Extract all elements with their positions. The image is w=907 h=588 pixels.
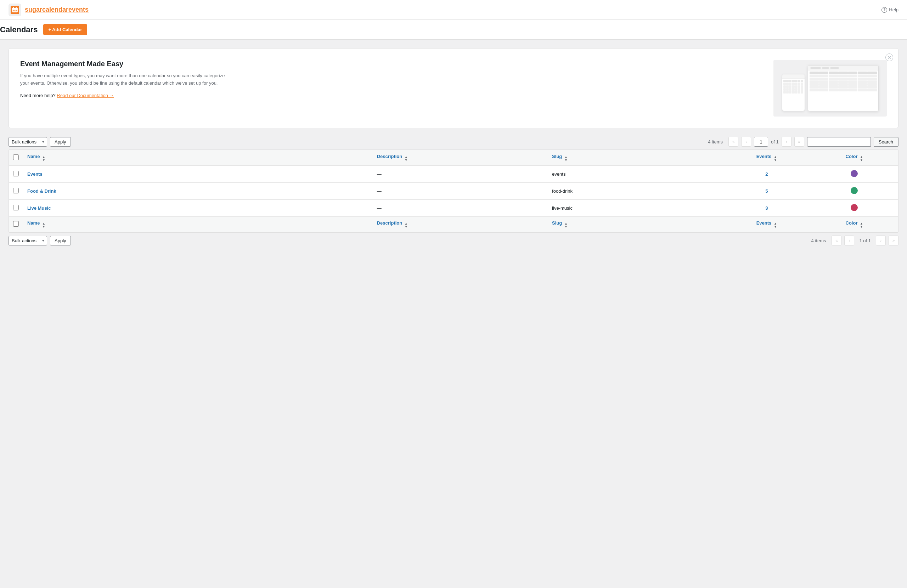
svg-rect-3	[13, 7, 14, 9]
info-card: Event Management Made Easy If you have m…	[8, 48, 899, 128]
help-label: Help	[889, 7, 899, 13]
row-name-cell-3: Live Music	[23, 200, 373, 217]
row-color-dot-1	[851, 170, 858, 177]
table-bottom-controls-right: 4 items « ‹ 1 of 1 › »	[811, 236, 899, 245]
add-calendar-button[interactable]: + Add Calendar	[43, 24, 87, 35]
table-footer-header-row: Name ▲▼ Description ▲▼ Slug ▲▼ Events ▲▼	[9, 217, 898, 232]
last-page-button-bottom[interactable]: »	[889, 236, 899, 245]
footer-header-slug[interactable]: Slug ▲▼	[548, 217, 723, 232]
documentation-link[interactable]: Read our Documentation →	[57, 93, 114, 98]
header-color[interactable]: Color ▲▼	[811, 150, 898, 166]
items-count-bottom: 4 items	[811, 238, 826, 244]
help-link[interactable]: ? Help	[881, 7, 899, 13]
prev-page-button-bottom[interactable]: ‹	[844, 236, 854, 245]
row-slug-cell-3: live-music	[548, 200, 723, 217]
bottom-page-info: 1 of 1	[857, 238, 873, 244]
table-row: Events — events 2	[9, 166, 898, 183]
page-title-row: Calendars + Add Calendar	[0, 20, 907, 40]
slug-footer-header-label: Slug	[552, 220, 562, 226]
row-checkbox-2[interactable]	[13, 188, 19, 194]
color-footer-header-label: Color	[846, 220, 858, 226]
row-color-cell-1	[811, 166, 898, 183]
table-body: Events — events 2	[9, 166, 898, 232]
next-page-button-bottom[interactable]: ›	[876, 236, 886, 245]
events-sort-icon: ▲▼	[774, 155, 777, 162]
footer-header-name[interactable]: Name ▲▼	[23, 217, 373, 232]
name-footer-sort-icon: ▲▼	[42, 222, 45, 229]
description-footer-sort-icon: ▲▼	[405, 222, 408, 229]
slug-sort-icon: ▲▼	[564, 155, 567, 162]
row-slug-3: live-music	[552, 205, 572, 211]
table-row: Food & Drink — food-drink 5	[9, 183, 898, 200]
calendar-name-link-3[interactable]: Live Music	[27, 205, 51, 211]
events-footer-sort-icon: ▲▼	[774, 222, 777, 229]
row-name-cell-2: Food & Drink	[23, 183, 373, 200]
row-desc-cell-2: —	[373, 183, 548, 200]
color-sort-icon: ▲▼	[860, 155, 863, 162]
table-bottom-controls-left: Bulk actions Apply	[8, 236, 71, 245]
row-slug-cell-2: food-drink	[548, 183, 723, 200]
items-count-top: 4 items	[708, 139, 723, 144]
info-card-image	[774, 60, 887, 117]
footer-header-color[interactable]: Color ▲▼	[811, 217, 898, 232]
page-input-top[interactable]: 1	[754, 137, 768, 147]
table-top-controls: Bulk actions Apply 4 items « ‹ 1 of 1 › …	[8, 137, 899, 147]
header-slug[interactable]: Slug ▲▼	[548, 150, 723, 166]
help-icon: ?	[881, 7, 887, 13]
info-card-help-text: Need more help? Read our Documentation →	[20, 93, 233, 98]
row-checkbox-cell-1	[9, 166, 23, 183]
footer-header-events[interactable]: Events ▲▼	[723, 217, 811, 232]
row-checkbox-3[interactable]	[13, 205, 19, 210]
next-page-button-top[interactable]: ›	[782, 137, 792, 147]
first-page-button-top[interactable]: «	[728, 137, 738, 147]
row-events-count-1[interactable]: 2	[765, 171, 768, 177]
logo-main: sugarcalendar	[25, 6, 68, 13]
header-description[interactable]: Description ▲▼	[373, 150, 548, 166]
footer-header-checkbox-col	[9, 217, 23, 232]
info-card-close-button[interactable]: ✕	[885, 53, 893, 61]
select-all-checkbox-bottom[interactable]	[13, 221, 19, 227]
apply-button-top[interactable]: Apply	[50, 137, 71, 147]
logo-text: sugarcalendarevents	[25, 6, 88, 13]
calendar-name-link-1[interactable]: Events	[27, 171, 43, 177]
row-events-cell-2: 5	[723, 183, 811, 200]
last-page-button-top[interactable]: »	[794, 137, 804, 147]
row-desc-cell-1: —	[373, 166, 548, 183]
info-card-title: Event Management Made Easy	[20, 60, 233, 68]
search-button[interactable]: Search	[874, 137, 899, 147]
table-top-controls-left: Bulk actions Apply	[8, 137, 71, 147]
svg-rect-7	[16, 10, 17, 11]
row-slug-cell-1: events	[548, 166, 723, 183]
calendar-name-link-2[interactable]: Food & Drink	[27, 189, 56, 194]
slug-footer-sort-icon: ▲▼	[564, 222, 567, 229]
bulk-actions-select[interactable]: Bulk actions	[8, 137, 47, 147]
row-desc-2: —	[377, 189, 381, 194]
svg-rect-6	[14, 10, 16, 11]
first-page-button-bottom[interactable]: «	[832, 236, 841, 245]
select-all-checkbox[interactable]	[13, 154, 19, 160]
description-sort-icon: ▲▼	[405, 155, 408, 162]
row-name-cell-1: Events	[23, 166, 373, 183]
svg-rect-5	[13, 10, 14, 11]
events-header-label: Events	[756, 154, 772, 159]
footer-header-description[interactable]: Description ▲▼	[373, 217, 548, 232]
row-events-count-3[interactable]: 3	[765, 205, 768, 211]
header-name[interactable]: Name ▲▼	[23, 150, 373, 166]
row-checkbox-1[interactable]	[13, 171, 19, 176]
bulk-actions-select-bottom[interactable]: Bulk actions	[8, 236, 47, 245]
row-color-dot-2	[851, 187, 858, 194]
color-header-label: Color	[846, 154, 858, 159]
logo-icon	[8, 3, 21, 16]
bulk-actions-dropdown[interactable]: Bulk actions	[8, 137, 47, 147]
calendars-table: Name ▲▼ Description ▲▼ Slug ▲▼ Events ▲▼	[9, 150, 898, 232]
page-title: Calendars	[0, 25, 38, 34]
svg-rect-4	[16, 7, 17, 9]
row-events-count-2[interactable]: 5	[765, 189, 768, 194]
search-input[interactable]	[807, 137, 871, 147]
header-events[interactable]: Events ▲▼	[723, 150, 811, 166]
prev-page-button-top[interactable]: ‹	[741, 137, 751, 147]
logo-area: sugarcalendarevents	[8, 3, 88, 16]
header-checkbox-col	[9, 150, 23, 166]
bulk-actions-dropdown-bottom[interactable]: Bulk actions	[8, 236, 47, 245]
apply-button-bottom[interactable]: Apply	[50, 236, 71, 245]
